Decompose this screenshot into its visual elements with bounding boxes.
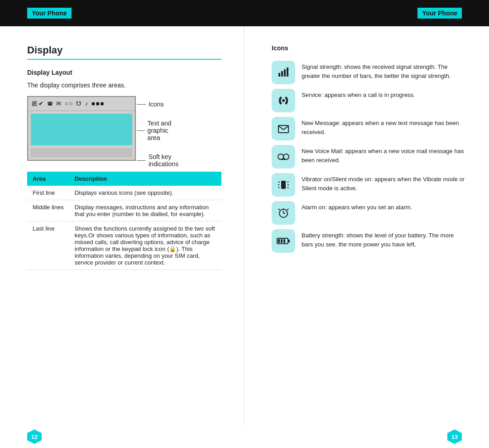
icon-bubble [272,229,295,253]
svg-rect-22 [278,239,280,243]
svg-line-10 [278,182,279,183]
svg-rect-1 [281,71,283,77]
diagram-label-text-graphic: Text and graphic area [137,120,178,141]
footer: 12 13 [0,425,489,448]
icon-description: Vibrator on/Silent mode on: appears when… [302,173,466,193]
page-num-left: 12 [27,429,42,444]
icon-description: Alarm on: appears when you set an alarm. [302,201,412,212]
icon-bubble [272,117,295,140]
subsection-title: Display Layout [27,69,221,76]
label-text-graphic-text: Text and graphic area [148,120,179,141]
header-right-label: Your Phone [417,8,462,19]
table-row: Last lineShows the functions currently a… [27,222,221,270]
svg-line-12 [278,187,279,188]
icon-description: Battery strength: shows the level of you… [302,229,466,249]
table-cell-area: Last line [27,222,69,270]
table-cell-area: Middle lines [27,200,69,222]
table-col1-header: Area [27,172,69,186]
icon-description: Signal strength: shows the received sign… [302,61,466,80]
icon-bubble [272,201,295,225]
main-content: Display Display Layout The display compr… [0,26,489,425]
svg-rect-0 [278,73,280,77]
table-col2-header: Description [69,172,221,186]
header-bar: Your Phone Your Phone [0,0,489,26]
page-num-right: 13 [447,429,462,444]
table-row: Middle linesDisplay messages, instructio… [27,200,221,222]
screen-softkey-bar [31,148,132,157]
label-softkey-text: Soft key indications [149,153,178,168]
table-row: First lineDisplays various icons (see op… [27,186,221,200]
icon-bubble [272,145,295,169]
left-column: Display Display Layout The display compr… [0,26,244,425]
intro-text: The display comprises three areas. [27,82,221,89]
icon-entry: Vibrator on/Silent mode on: appears when… [272,173,466,197]
svg-point-4 [282,99,285,102]
section-divider [27,59,221,60]
icon-description: Service: appears when a call is in progr… [302,89,415,100]
icon-bubble [272,61,295,84]
svg-rect-21 [288,240,290,242]
svg-rect-23 [281,239,283,243]
diagram-labels: Icons Text and graphic area Soft key ind… [137,101,178,168]
label-icons-text: Icons [149,101,163,108]
table-cell-desc: Shows the functions currently assigned t… [69,222,221,270]
diagram-label-softkey: Soft key indications [137,153,178,168]
table-cell-area: First line [27,186,69,200]
svg-point-6 [278,154,283,159]
display-diagram: 姄✔ ☎ ✉ ○○ ☋ ♪ ■■■ Icons Text and graphic… [27,96,172,161]
right-column: Icons Signal strength: shows the receive… [244,26,489,425]
icons-list: Signal strength: shows the received sign… [272,61,466,253]
icon-description: New Message: appears when a new text mes… [302,117,466,136]
icons-section-title: Icons [272,44,466,52]
svg-rect-3 [287,67,288,77]
icon-entry: Alarm on: appears when you set an alarm. [272,201,466,225]
svg-rect-9 [281,181,286,189]
screen-main-area [31,114,132,145]
icon-description: New Voice Mail: appears when a new voice… [302,145,466,164]
screen-icons-bar: 姄✔ ☎ ✉ ○○ ☋ ♪ ■■■ [28,97,135,111]
icon-entry: Battery strength: shows the level of you… [272,229,466,253]
svg-rect-24 [283,239,285,243]
svg-rect-2 [284,69,286,77]
diagram-label-icons: Icons [137,101,178,108]
icon-entry: New Voice Mail: appears when a new voice… [272,145,466,169]
icon-bubble [272,89,295,112]
area-table: Area Description First lineDisplays vari… [27,172,221,270]
icon-entry: New Message: appears when a new text mes… [272,117,466,140]
svg-point-7 [283,154,289,159]
phone-screen: 姄✔ ☎ ✉ ○○ ☋ ♪ ■■■ [27,96,136,161]
icon-entry: Service: appears when a call is in progr… [272,89,466,112]
section-title: Display [27,44,221,56]
table-cell-desc: Display messages, instructions and any i… [69,200,221,222]
header-left-label: Your Phone [27,8,72,19]
table-cell-desc: Displays various icons (see opposite). [69,186,221,200]
icon-bubble [272,173,295,197]
svg-line-13 [288,182,288,183]
icon-entry: Signal strength: shows the received sign… [272,61,466,84]
svg-line-15 [288,187,288,188]
